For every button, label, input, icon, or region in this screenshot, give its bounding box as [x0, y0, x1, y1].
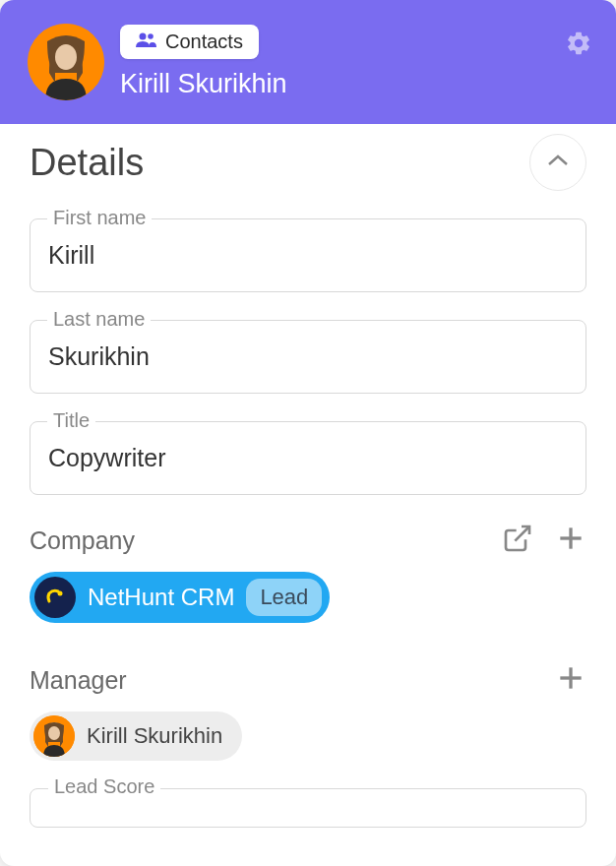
contact-name-title: Kirill Skurikhin [120, 69, 287, 99]
svg-line-5 [515, 526, 529, 541]
company-stage-badge: Lead [246, 579, 322, 616]
manager-name: Kirill Skurikhin [87, 723, 222, 749]
company-name: NetHunt CRM [88, 584, 234, 611]
svg-point-8 [58, 591, 63, 596]
contact-detail-card: Contacts Kirill Skurikhin Details First … [0, 0, 616, 866]
details-body: Details First name Last name Title Compa… [0, 124, 616, 857]
company-section-label: Company [30, 526, 135, 555]
title-input[interactable] [30, 421, 586, 495]
first-name-field-group: First name [30, 218, 586, 292]
manager-chip[interactable]: Kirill Skurikhin [30, 711, 242, 761]
details-section-header: Details [30, 134, 586, 191]
plus-icon [555, 662, 586, 698]
header-content: Contacts Kirill Skurikhin [120, 25, 287, 99]
svg-point-4 [148, 33, 154, 39]
collapse-button[interactable] [529, 134, 586, 191]
company-chip[interactable]: NetHunt CRM Lead [30, 572, 330, 623]
lead-score-label: Lead Score [48, 775, 160, 798]
chevron-up-icon [547, 154, 569, 171]
manager-section-header: Manager [30, 662, 586, 698]
people-icon [136, 32, 157, 52]
company-logo-icon [34, 577, 76, 618]
title-label: Title [47, 409, 95, 432]
company-actions [502, 523, 586, 558]
contact-header: Contacts Kirill Skurikhin [0, 0, 616, 124]
open-external-button[interactable] [502, 523, 533, 558]
contacts-badge-label: Contacts [165, 31, 243, 53]
settings-icon[interactable] [565, 30, 592, 57]
last-name-field-group: Last name [30, 320, 586, 394]
last-name-label: Last name [47, 308, 151, 331]
manager-avatar [33, 715, 75, 757]
svg-point-13 [48, 726, 60, 740]
first-name-input[interactable] [30, 218, 586, 292]
contact-avatar [28, 24, 104, 100]
last-name-input[interactable] [30, 320, 586, 394]
add-company-button[interactable] [555, 523, 586, 558]
svg-point-3 [140, 32, 147, 39]
manager-section-label: Manager [30, 666, 127, 695]
first-name-label: First name [47, 207, 152, 229]
plus-icon [555, 523, 586, 558]
details-title: Details [30, 142, 144, 184]
svg-point-2 [55, 44, 77, 70]
contacts-badge[interactable]: Contacts [120, 25, 259, 59]
open-external-icon [502, 523, 533, 558]
company-section-header: Company [30, 523, 586, 558]
title-field-group: Title [30, 421, 586, 495]
manager-actions [555, 662, 586, 698]
lead-score-field-group[interactable]: Lead Score [30, 788, 586, 828]
add-manager-button[interactable] [555, 662, 586, 698]
